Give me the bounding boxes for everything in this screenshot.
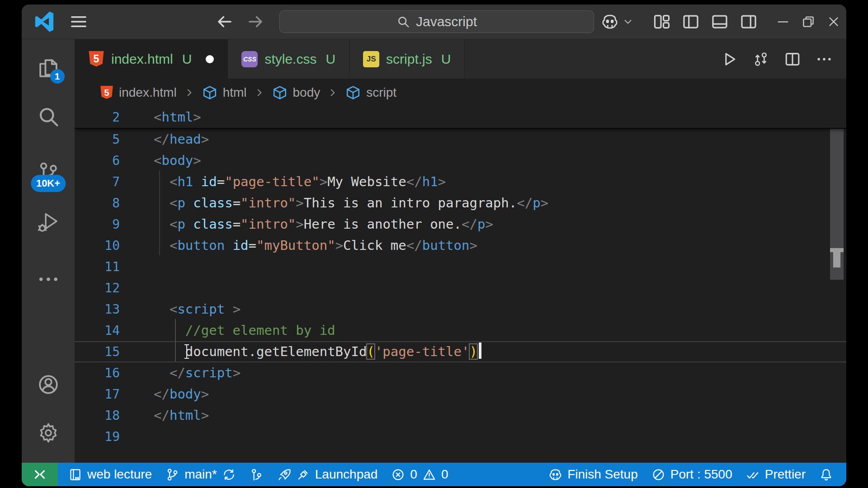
status-item-live-server-port[interactable]: Port : 5500 [645,463,739,486]
status-item-text: 0 [410,467,417,482]
nav-forward[interactable] [246,12,265,31]
tab-index.html[interactable]: 5index.htmlU [75,39,228,79]
copilot-icon [548,468,562,482]
activity-item-run-and-debug[interactable] [34,207,63,236]
breadcrumb-item-index.html[interactable]: 5index.html [100,85,177,100]
warning-icon [422,468,436,482]
sticky-scroll-line[interactable]: 2<html> [75,107,846,129]
code-line-content: <script > [120,299,241,320]
code-line[interactable]: 15 document.getElementById('page-title') [75,341,846,362]
code-line[interactable]: 14 //get element by id [75,320,846,341]
code-line[interactable]: 13 <script > [75,299,846,320]
toggle-primary-sidebar-button[interactable] [682,13,700,31]
code-line-content: </body> [120,384,209,405]
tab-dirty-dot[interactable] [206,55,214,63]
title-bar-right [601,5,846,39]
html-file-icon: 5 [100,86,113,99]
window-controls [770,5,846,39]
breadcrumb-item-body[interactable]: body [272,85,321,100]
line-number: 16 [75,362,120,384]
nav-history [215,5,265,39]
css-file-icon: CSS [241,51,258,67]
toggle-panel-button[interactable] [711,13,729,31]
activity-bar: 110K+ [22,39,75,463]
html-file-icon: 5 [88,51,104,67]
code-line[interactable]: 6<body> [75,150,846,171]
status-item-text: 0 [441,467,448,482]
code-line[interactable]: 8 <p class="intro">This is an intro para… [75,192,846,214]
line-number: 12 [75,277,120,299]
command-center-search[interactable]: Javascript [279,10,594,33]
code-line[interactable]: 5</head> [75,129,846,150]
account-icon [37,373,60,396]
close-button[interactable] [821,5,846,39]
code-line-content: //get element by id [120,320,335,341]
breadcrumb-label: script [366,85,396,100]
breadcrumb-separator-icon [327,87,339,99]
menu-icon[interactable] [69,12,89,32]
code-editor[interactable]: 2<html>5</head>6<body>7 <h1 id="page-tit… [75,107,846,463]
customize-layout-button[interactable] [653,13,671,31]
toggle-secondary-sidebar-button[interactable] [740,13,758,31]
tab-bar: 5index.htmlUCSSstyle.cssUJSscript.jsU [75,39,846,79]
open-changes-button[interactable] [752,51,769,68]
activity-item-source-control[interactable]: 10K+ [34,158,63,187]
code-line-content [120,277,154,299]
run-file-button[interactable] [721,51,738,68]
status-item-launchpad[interactable]: Launchpad [270,463,385,486]
minimize-button[interactable] [770,5,796,39]
git-branch-icon [165,468,179,482]
status-left: web lecturemain*Launchpad00 [22,463,455,486]
mouse-ibeam-cursor [186,344,187,359]
code-line[interactable]: 7 <h1 id="page-title">My Website</h1> [75,171,846,192]
debug-icon [37,210,60,234]
activity-item-additional-views[interactable] [34,265,63,294]
line-number: 14 [75,320,120,341]
status-item-prettier[interactable]: Prettier [739,463,812,486]
activity-item-settings[interactable] [34,418,63,447]
code-line[interactable]: 12 [75,277,846,299]
status-item-copilot-finish-setup[interactable]: Finish Setup [542,463,645,486]
breadcrumb-item-html[interactable]: html [202,85,247,100]
minimize-icon [775,14,791,29]
more-actions-button[interactable] [816,51,833,68]
status-item-source-control-graph[interactable] [243,463,270,486]
tab-style.css[interactable]: CSSstyle.cssU [228,39,349,79]
search-text: Javascript [416,14,477,29]
split-editor-button[interactable] [784,51,801,68]
title-bar: Javascript [22,5,846,39]
error-icon [391,468,405,482]
code-line[interactable]: 18</html> [75,405,846,426]
code-line[interactable]: 17</body> [75,384,846,405]
breadcrumb-item-script[interactable]: script [345,85,396,100]
line-number: 11 [75,256,120,277]
js-file-icon: JS [363,51,379,67]
code-line[interactable]: 16 </script> [75,362,846,384]
activity-badge-source-control: 10K+ [31,175,66,192]
book-icon [68,468,82,482]
code-line[interactable]: 10 <button id="myButton">Click me</butto… [75,235,846,256]
line-number: 10 [75,235,120,256]
status-item-notifications[interactable] [812,463,840,486]
breadcrumb-label: index.html [119,85,177,100]
code-line[interactable]: 9 <p class="intro">Here is another one.<… [75,214,846,235]
nav-back[interactable] [215,12,234,31]
activity-item-explorer[interactable]: 1 [34,54,63,83]
status-item-problems[interactable]: 00 [384,463,455,486]
code-line-content: <p class="intro">This is an intro paragr… [120,192,548,214]
copilot-menu-button[interactable] [601,13,634,31]
activity-item-search[interactable] [34,102,63,131]
search-icon [396,15,410,28]
status-item-git-branch[interactable]: main* [159,463,243,486]
status-item-remote-indicator[interactable] [22,463,58,486]
status-right: Finish SetupPort : 5500Prettier [542,463,846,486]
tab-git-status: U [182,52,192,67]
tab-script.js[interactable]: JSscript.jsU [349,39,465,79]
status-item-workspace[interactable]: web lecture [61,463,159,486]
code-line[interactable]: 11 [75,256,846,277]
status-item-text: Prettier [765,467,806,482]
code-line[interactable]: 19 [75,426,846,447]
code-line-content: <html> [120,107,201,128]
activity-item-accounts[interactable] [34,370,63,399]
restore-button[interactable] [796,5,821,39]
